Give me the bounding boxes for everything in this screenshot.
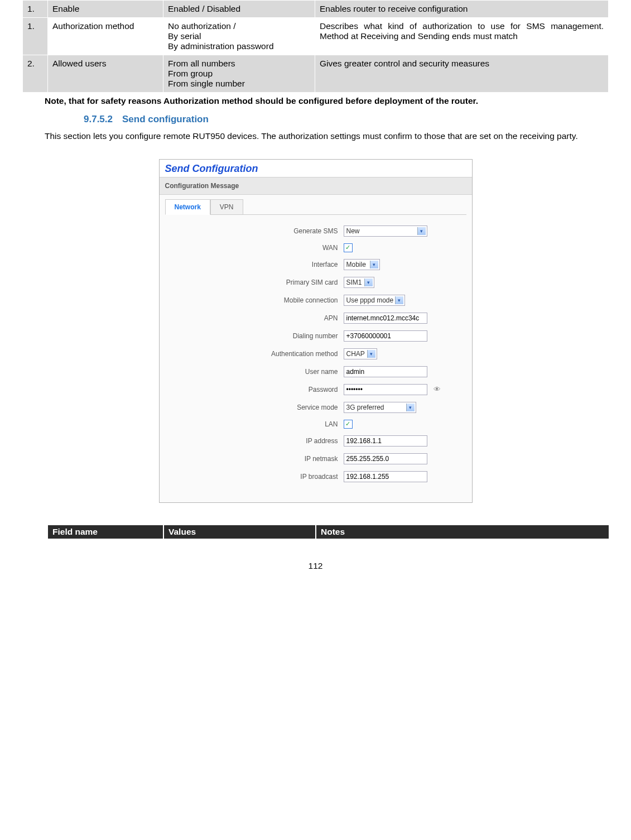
label-lan: LAN bbox=[165, 420, 344, 428]
interface-select[interactable]: Mobile ▾ bbox=[344, 259, 380, 270]
label-interface: Interface bbox=[165, 261, 344, 268]
label-ip-broadcast: IP broadcast bbox=[165, 473, 344, 481]
col-notes: Notes bbox=[316, 525, 609, 539]
body-paragraph: This section lets you configure remote R… bbox=[22, 131, 609, 142]
label-auth-method: Authentication method bbox=[165, 350, 344, 358]
values-cell: No authorization / By serial By administ… bbox=[163, 18, 315, 55]
apn-field[interactable] bbox=[344, 313, 427, 324]
generate-sms-select[interactable]: New ▾ bbox=[344, 225, 427, 237]
label-primary-sim: Primary SIM card bbox=[165, 279, 344, 286]
ip-netmask-field[interactable] bbox=[344, 453, 427, 464]
select-value: Mobile bbox=[346, 261, 366, 268]
ip-broadcast-field[interactable] bbox=[344, 471, 427, 482]
label-ip-netmask: IP netmask bbox=[165, 455, 344, 463]
table-row: 2. Allowed users From all numbers From g… bbox=[23, 55, 609, 93]
notes-cell: Enables router to receive configuration bbox=[315, 1, 609, 18]
label-generate-sms: Generate SMS bbox=[165, 227, 344, 235]
label-apn: APN bbox=[165, 314, 344, 322]
page-number: 112 bbox=[22, 561, 609, 571]
label-dialing-number: Dialing number bbox=[165, 332, 344, 340]
ip-address-field[interactable] bbox=[344, 435, 427, 447]
chevron-down-icon: ▾ bbox=[417, 227, 426, 235]
service-mode-select[interactable]: 3G preferred ▾ bbox=[344, 402, 416, 413]
chevron-down-icon: ▾ bbox=[406, 404, 415, 411]
row-number: 1. bbox=[23, 1, 48, 18]
note-text: Note, that for safety reasons Authorizat… bbox=[45, 96, 609, 106]
values-cell: From all numbers From group From single … bbox=[163, 55, 315, 93]
section-heading: 9.7.5.2 Send configuration bbox=[84, 114, 609, 125]
select-value: CHAP bbox=[346, 350, 365, 358]
panel-subheader: Configuration Message bbox=[160, 177, 472, 195]
chevron-down-icon: ▾ bbox=[364, 279, 373, 286]
tab-vpn[interactable]: VPN bbox=[210, 199, 243, 215]
select-value: Use pppd mode bbox=[346, 296, 394, 304]
mobile-connection-select[interactable]: Use pppd mode ▾ bbox=[344, 295, 405, 306]
label-wan: WAN bbox=[165, 244, 344, 252]
eye-icon[interactable]: 👁 bbox=[433, 385, 441, 393]
notes-cell: Describes what kind of authorization to … bbox=[315, 18, 609, 55]
empty-cell bbox=[22, 525, 47, 539]
field-name: Allowed users bbox=[48, 55, 163, 93]
wan-checkbox[interactable]: ✓ bbox=[344, 243, 353, 252]
row-number: 2. bbox=[23, 55, 48, 93]
lan-checkbox[interactable]: ✓ bbox=[344, 420, 353, 429]
parameter-table: 1. Enable Enabled / Disabled Enables rou… bbox=[22, 0, 609, 93]
send-configuration-panel: Send Configuration Configuration Message… bbox=[159, 159, 473, 503]
primary-sim-select[interactable]: SIM1 ▾ bbox=[344, 277, 374, 288]
label-password: Password bbox=[165, 386, 344, 393]
tab-network[interactable]: Network bbox=[165, 199, 210, 215]
label-username: User name bbox=[165, 368, 344, 376]
password-field[interactable] bbox=[344, 384, 427, 395]
notes-cell: Gives greater control and security measu… bbox=[315, 55, 609, 93]
chevron-down-icon: ▾ bbox=[367, 350, 375, 358]
label-ip-address: IP address bbox=[165, 437, 344, 445]
row-number: 1. bbox=[23, 18, 48, 55]
field-name: Enable bbox=[48, 1, 163, 18]
values-cell: Enabled / Disabled bbox=[163, 1, 315, 18]
field-name: Authorization method bbox=[48, 18, 163, 55]
username-field[interactable] bbox=[344, 366, 427, 377]
select-value: SIM1 bbox=[346, 279, 362, 286]
chevron-down-icon: ▾ bbox=[370, 261, 378, 268]
auth-method-select[interactable]: CHAP ▾ bbox=[344, 348, 377, 359]
label-mobile-connection: Mobile connection bbox=[165, 296, 344, 304]
tab-bar: Network VPN bbox=[160, 195, 472, 215]
panel-title: Send Configuration bbox=[160, 160, 472, 177]
col-fieldname: Field name bbox=[47, 525, 163, 539]
select-value: 3G preferred bbox=[346, 404, 384, 411]
table-row: 1. Authorization method No authorization… bbox=[23, 18, 609, 55]
form-area: Generate SMS New ▾ WAN ✓ Interface bbox=[160, 215, 472, 502]
dialing-number-field[interactable] bbox=[344, 330, 427, 342]
select-value: New bbox=[346, 227, 360, 235]
footer-header-row: Field name Values Notes bbox=[22, 525, 609, 539]
chevron-down-icon: ▾ bbox=[395, 296, 403, 304]
table-row: 1. Enable Enabled / Disabled Enables rou… bbox=[23, 1, 609, 18]
label-service-mode: Service mode bbox=[165, 404, 344, 411]
col-values: Values bbox=[163, 525, 316, 539]
